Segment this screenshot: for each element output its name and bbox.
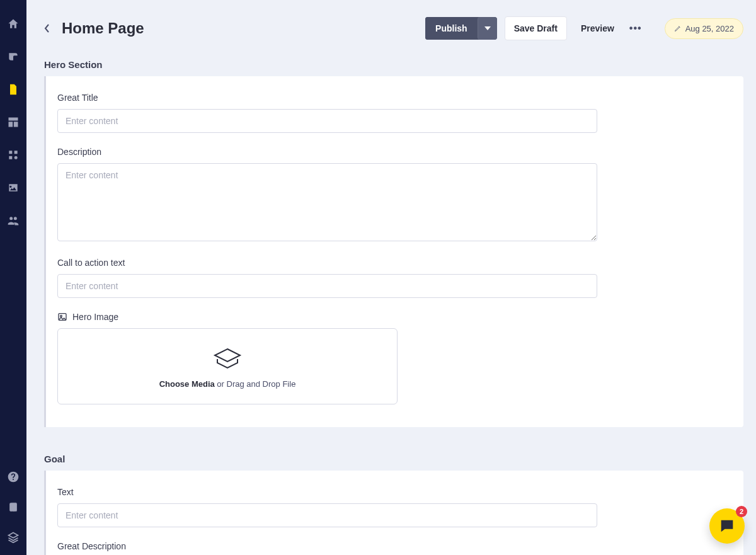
great-title-input[interactable]	[57, 109, 597, 133]
svg-point-2	[60, 315, 62, 317]
description-textarea[interactable]	[57, 163, 597, 241]
hero-image-label-text: Hero Image	[72, 312, 118, 322]
hero-section-card: Great Title Description Call to action t…	[44, 76, 743, 427]
goal-text-input[interactable]	[57, 503, 597, 527]
media-icon[interactable]	[7, 181, 20, 194]
goal-section-label: Goal	[44, 454, 743, 464]
sidebar	[0, 0, 26, 555]
cta-label: Call to action text	[57, 258, 597, 268]
publish-button-group: Publish	[425, 17, 497, 40]
chat-icon	[718, 517, 736, 535]
header: Home Page Publish Save Draft Preview •••…	[44, 16, 743, 40]
hero-image-label: Hero Image	[57, 312, 597, 322]
page-icon[interactable]	[7, 83, 20, 96]
pencil-icon	[674, 25, 682, 32]
publish-dropdown-button[interactable]	[478, 17, 497, 40]
save-draft-button[interactable]: Save Draft	[505, 16, 567, 40]
dropzone-icon	[212, 348, 243, 372]
hero-image-dropzone[interactable]: Choose Media or Drag and Drop File	[57, 328, 398, 404]
image-icon	[57, 312, 67, 322]
svg-rect-0	[9, 503, 17, 511]
blocks-icon[interactable]	[7, 149, 20, 161]
goal-text-label: Text	[57, 487, 597, 497]
goal-description-label: Great Description	[57, 541, 597, 551]
publish-button[interactable]: Publish	[425, 17, 478, 40]
main-content: Home Page Publish Save Draft Preview •••…	[26, 0, 756, 555]
cta-input[interactable]	[57, 274, 597, 298]
chat-badge: 2	[736, 506, 747, 517]
book-icon[interactable]	[7, 501, 20, 513]
blog-icon[interactable]	[7, 50, 20, 63]
more-button[interactable]: •••	[626, 16, 646, 40]
stack-icon[interactable]	[7, 531, 20, 544]
home-icon[interactable]	[7, 18, 20, 30]
date-text: Aug 25, 2022	[685, 24, 734, 33]
preview-button[interactable]: Preview	[572, 17, 623, 40]
layout-icon[interactable]	[7, 116, 20, 129]
goal-section-card: Text Great Description	[44, 471, 743, 555]
chat-fab[interactable]: 2	[709, 508, 745, 544]
page-title: Home Page	[62, 20, 144, 37]
help-icon[interactable]	[7, 471, 20, 483]
users-icon[interactable]	[7, 214, 20, 227]
back-chevron-icon[interactable]	[44, 23, 50, 33]
dropzone-text: Choose Media or Drag and Drop File	[159, 379, 296, 389]
great-title-label: Great Title	[57, 93, 597, 103]
date-pill[interactable]: Aug 25, 2022	[665, 18, 743, 39]
description-label: Description	[57, 147, 597, 157]
hero-section-label: Hero Section	[44, 59, 743, 70]
